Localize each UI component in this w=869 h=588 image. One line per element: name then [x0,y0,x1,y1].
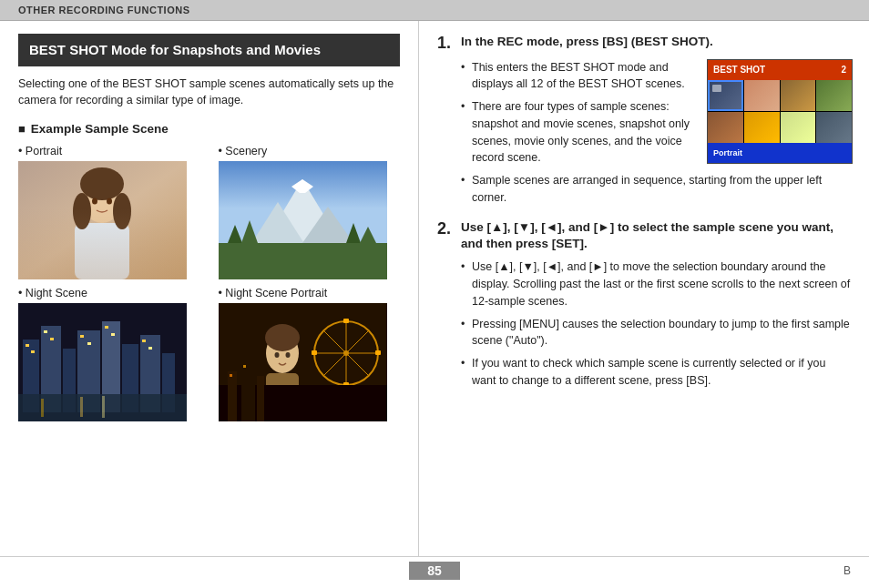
right-column: 1. In the REC mode, press [BS] (BEST SHO… [419,21,869,556]
svg-rect-58 [228,371,237,421]
step-1-bullets: This enters the BEST SHOT mode and displ… [461,59,853,207]
scene-item-night: Night Scene [18,287,200,421]
example-heading: Example Sample Scene [18,122,400,136]
step-1-content: BEST SHOT 2 [437,59,853,207]
step-2-header: 2. Use [▲], [▼], [◄], and [►] to select … [437,219,853,254]
svg-rect-59 [241,362,255,421]
intro-text: Selecting one of the BEST SHOT sample sc… [18,76,400,110]
scene-label-night: Night Scene [18,287,200,299]
header-label: OTHER RECORDING FUNCTIONS [18,5,190,15]
svg-rect-61 [230,374,232,377]
step-1-number: 1. [437,34,454,54]
scene-label-night-portrait: Night Scene Portrait [219,287,401,299]
svg-rect-29 [44,330,47,333]
svg-rect-40 [102,396,105,418]
step-2-bullet-1: Use [▲], [▼], [◄], and [►] to move the s… [461,259,853,309]
svg-point-5 [113,193,131,229]
scene-item-scenery: Scenery [219,145,401,279]
scene-image-night [18,303,187,421]
svg-rect-39 [80,397,83,417]
svg-rect-60 [257,376,264,421]
scene-image-night-portrait [219,303,387,421]
svg-rect-35 [142,340,146,342]
footer-letter: B [843,564,851,577]
step-2: 2. Use [▲], [▼], [◄], and [►] to select … [437,219,853,390]
step-1-header: 1. In the REC mode, press [BS] (BEST SHO… [437,34,853,54]
step-1-bullet-3: Sample scenes are arranged in sequence, … [461,172,853,207]
main-content: BEST SHOT Mode for Snapshots and Movies … [0,21,869,556]
svg-rect-34 [111,333,115,336]
svg-rect-32 [87,342,91,345]
scene-item-night-portrait: Night Scene Portrait [219,287,401,421]
step-2-number: 2. [437,219,454,239]
step-1-bullet-2: There are four types of sample scenes: s… [461,98,853,167]
svg-point-56 [285,352,290,358]
step-2-title: Use [▲], [▼], [◄], and [►] to select the… [461,219,853,254]
step-2-bullet-3: If you want to check which sample scene … [461,355,853,390]
svg-rect-36 [148,347,152,350]
svg-rect-51 [375,350,381,355]
step-1: 1. In the REC mode, press [BS] (BEST SHO… [437,34,853,207]
svg-rect-48 [343,319,349,323]
svg-point-54 [265,324,300,351]
scene-image-scenery [219,161,387,279]
svg-rect-27 [26,344,29,347]
step-2-bullet-2: Pressing [MENU] causes the selection bou… [461,316,853,350]
scene-label-portrait: Portrait [18,145,200,157]
svg-rect-62 [243,365,246,368]
svg-rect-31 [80,335,84,338]
section-header: OTHER RECORDING FUNCTIONS [0,0,869,21]
svg-rect-28 [31,350,35,353]
footer: 85 B [0,556,869,583]
step-1-title: In the REC mode, press [BS] (BEST SHOT). [461,34,853,51]
step-2-bullets: Use [▲], [▼], [◄], and [►] to move the s… [461,259,853,389]
svg-point-3 [80,167,124,200]
svg-rect-50 [312,350,317,355]
step-2-content: Use [▲], [▼], [◄], and [►] to move the s… [437,259,853,389]
section-title: BEST SHOT Mode for Snapshots and Movies [18,34,400,66]
svg-rect-33 [105,326,108,329]
page-number: 85 [409,562,460,580]
svg-rect-2 [75,223,129,279]
svg-point-6 [92,198,97,205]
svg-point-4 [73,193,91,229]
scene-grid: Portrait [18,145,400,421]
step-1-bullet-1: This enters the BEST SHOT mode and displ… [461,59,853,94]
scene-image-portrait [18,161,187,279]
scene-label-scenery: Scenery [219,145,401,157]
svg-rect-38 [41,399,44,417]
scene-item-portrait: Portrait [18,145,200,279]
svg-point-7 [107,198,112,205]
left-column: BEST SHOT Mode for Snapshots and Movies … [0,21,419,556]
svg-point-55 [274,352,279,358]
svg-rect-30 [50,338,54,340]
svg-rect-13 [219,243,387,279]
